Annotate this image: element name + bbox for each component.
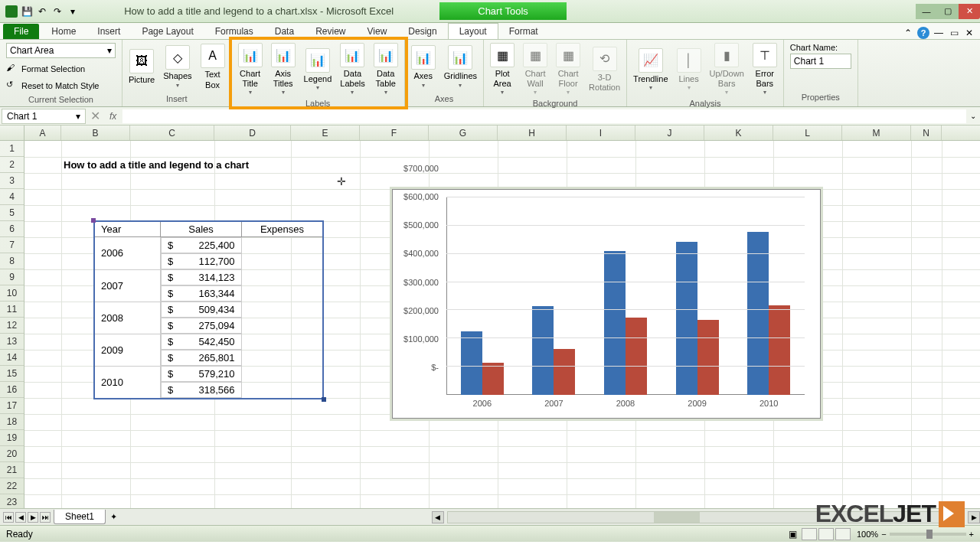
row-header[interactable]: 19 — [0, 430, 24, 446]
reset-to-match-style-button[interactable]: ↺ Reset to Match Style — [3, 78, 119, 93]
chart-object[interactable]: $-$100,000$200,000$300,000$400,000$500,0… — [392, 189, 821, 419]
prev-sheet-button[interactable]: ◀ — [15, 512, 26, 523]
expand-formula-bar-icon[interactable]: ⌄ — [966, 112, 980, 120]
column-header[interactable]: J — [635, 126, 704, 140]
last-sheet-button[interactable]: ⏭ — [40, 512, 51, 523]
updown-bars-button[interactable]: ▮Up/Down Bars▾ — [707, 41, 747, 97]
zoom-out-button[interactable]: − — [881, 530, 886, 539]
data-labels-button[interactable]: 📊Data Labels▾ — [337, 41, 368, 97]
first-sheet-button[interactable]: ⏮ — [3, 512, 14, 523]
minimize-button[interactable]: — — [916, 4, 937, 19]
chart-bar[interactable] — [697, 320, 719, 395]
chart-bar[interactable] — [461, 331, 482, 395]
formula-input[interactable] — [122, 109, 966, 123]
chart-bar[interactable] — [769, 305, 790, 395]
column-header[interactable]: H — [498, 126, 567, 140]
row-header[interactable]: 12 — [0, 318, 24, 334]
tab-format[interactable]: Format — [498, 24, 549, 39]
workbook-restore-icon[interactable]: ▭ — [948, 27, 960, 39]
rotation-button[interactable]: ⟲3-D Rotation — [586, 45, 623, 94]
legend-button[interactable]: 📊Legend▾ — [301, 47, 335, 93]
tab-insert[interactable]: Insert — [87, 24, 131, 39]
column-header[interactable]: G — [429, 126, 498, 140]
chart-bar[interactable] — [554, 349, 575, 395]
row-header[interactable]: 17 — [0, 398, 24, 414]
chart-element-combo[interactable]: Chart Area ▾ — [6, 43, 116, 58]
row-header[interactable]: 5 — [0, 205, 24, 221]
row-header[interactable]: 20 — [0, 446, 24, 462]
minimize-ribbon-icon[interactable]: ⌃ — [902, 27, 914, 39]
redo-icon[interactable]: ↷ — [51, 5, 64, 18]
row-header[interactable]: 22 — [0, 478, 24, 494]
worksheet-grid[interactable]: ABCDEFGHIJKLMN 1234567891011121314151617… — [0, 126, 980, 508]
chart-bar[interactable] — [532, 306, 554, 395]
row-header[interactable]: 13 — [0, 334, 24, 350]
row-header[interactable]: 8 — [0, 253, 24, 269]
row-header[interactable]: 11 — [0, 302, 24, 318]
undo-icon[interactable]: ↶ — [35, 5, 49, 18]
sheet-tab-sheet1[interactable]: Sheet1 — [54, 510, 106, 524]
error-bars-button[interactable]: ⊤Error Bars▾ — [750, 41, 780, 97]
new-sheet-button[interactable]: ✦ — [106, 510, 122, 523]
trendline-button[interactable]: 📈Trendline▾ — [630, 47, 671, 93]
column-header[interactable]: K — [704, 126, 773, 140]
row-header[interactable]: 2 — [0, 157, 24, 173]
format-selection-button[interactable]: 🖌 Format Selection — [3, 61, 119, 77]
tab-view[interactable]: View — [357, 24, 398, 39]
zoom-slider[interactable] — [890, 533, 966, 536]
zoom-in-button[interactable]: + — [969, 530, 974, 539]
gridlines-button[interactable]: 📊Gridlines▾ — [441, 44, 480, 90]
row-header[interactable]: 7 — [0, 237, 24, 253]
chart-bar[interactable] — [482, 363, 504, 395]
tab-home[interactable]: Home — [41, 24, 87, 39]
column-header[interactable]: L — [773, 126, 842, 140]
tab-design[interactable]: Design — [397, 24, 447, 39]
shapes-button[interactable]: ◇Shapes▾ — [160, 44, 194, 90]
row-header[interactable]: 21 — [0, 462, 24, 478]
save-icon[interactable]: 💾 — [20, 5, 34, 18]
tab-review[interactable]: Review — [305, 24, 356, 39]
row-header[interactable]: 14 — [0, 350, 24, 366]
row-header[interactable]: 4 — [0, 189, 24, 205]
tab-layout[interactable]: Layout — [448, 23, 498, 39]
chart-name-input[interactable] — [790, 54, 851, 69]
page-layout-view-button[interactable] — [818, 528, 834, 540]
chart-bar[interactable] — [626, 318, 647, 395]
select-all-corner[interactable] — [0, 126, 24, 140]
macro-record-icon[interactable]: ▣ — [789, 529, 797, 540]
column-header[interactable]: C — [130, 126, 214, 140]
row-header[interactable]: 1 — [0, 141, 24, 157]
chart-title-button[interactable]: 📊Chart Title▾ — [235, 41, 266, 97]
data-table-button[interactable]: 📊Data Table▾ — [371, 41, 401, 97]
text-box-button[interactable]: AText Box — [198, 42, 228, 91]
picture-button[interactable]: 🖼Picture — [126, 47, 158, 86]
axis-titles-button[interactable]: 📊Axis Titles▾ — [268, 41, 299, 97]
row-header[interactable]: 10 — [0, 285, 24, 302]
chart-bar[interactable] — [747, 232, 769, 395]
qat-customize-icon[interactable]: ▾ — [66, 5, 80, 18]
column-header[interactable]: B — [61, 126, 130, 140]
fx-icon[interactable]: fx — [103, 111, 122, 122]
column-header[interactable]: M — [842, 126, 911, 140]
hscroll-left-button[interactable]: ◀ — [432, 511, 444, 523]
tab-page-layout[interactable]: Page Layout — [131, 24, 204, 39]
close-button[interactable]: ✕ — [959, 4, 980, 19]
lines-button[interactable]: │Lines▾ — [674, 47, 704, 93]
hscroll-right-button[interactable]: ▶ — [968, 511, 980, 523]
name-box[interactable]: Chart 1 ▾ — [2, 109, 86, 124]
next-sheet-button[interactable]: ▶ — [28, 512, 38, 523]
chart-wall-button[interactable]: ▦Chart Wall▾ — [520, 41, 550, 97]
workbook-minimize-icon[interactable]: — — [933, 27, 945, 39]
chart-plot-area[interactable] — [446, 197, 805, 395]
chart-floor-button[interactable]: ▦Chart Floor▾ — [553, 41, 583, 97]
column-header[interactable]: N — [911, 126, 942, 140]
column-header[interactable]: I — [567, 126, 635, 140]
page-break-view-button[interactable] — [835, 528, 851, 540]
column-header[interactable]: D — [214, 126, 291, 140]
column-header[interactable]: A — [24, 126, 61, 140]
maximize-button[interactable]: ▢ — [937, 4, 959, 19]
column-header[interactable]: E — [291, 126, 360, 140]
tab-data[interactable]: Data — [264, 24, 305, 39]
axes-button[interactable]: 📊Axes▾ — [408, 44, 439, 90]
normal-view-button[interactable] — [802, 528, 817, 540]
